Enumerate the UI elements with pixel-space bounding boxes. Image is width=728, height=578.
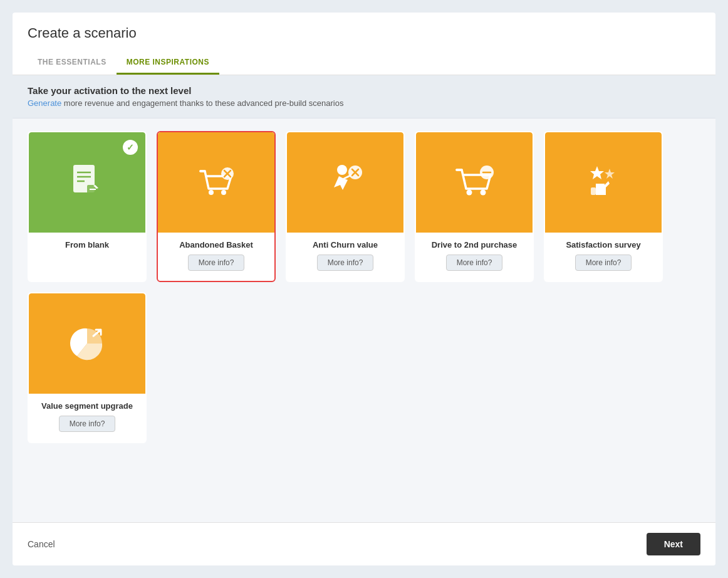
cards-section: ✓ From blank [13, 118, 715, 466]
tabs: THE ESSENTIALS MORE INSPIRATIONS [28, 51, 700, 75]
satisfaction-survey-more-info-button[interactable]: More info? [575, 255, 632, 271]
banner-title: Take your activation to the next level [28, 85, 700, 96]
abandoned-basket-more-info-button[interactable]: More info? [188, 255, 245, 271]
svg-rect-24 [591, 187, 596, 195]
card-icon-satisfaction-survey [545, 132, 662, 233]
svg-point-19 [481, 190, 486, 196]
cart-x-icon [191, 157, 241, 208]
svg-point-13 [337, 165, 347, 175]
drive-2nd-more-info-button[interactable]: More info? [446, 255, 503, 271]
card-icon-abandoned-basket [158, 132, 274, 233]
check-badge: ✓ [122, 139, 139, 156]
tab-inspirations[interactable]: MORE INSPIRATIONS [117, 51, 219, 75]
banner: Take your activation to the next level G… [13, 75, 715, 118]
svg-point-8 [209, 190, 214, 195]
modal-title: Create a scenario [28, 25, 700, 41]
modal-header: Create a scenario THE ESSENTIALS MORE IN… [13, 13, 715, 75]
next-button[interactable]: Next [647, 533, 700, 555]
card-drive-2nd[interactable]: Drive to 2nd purchase More info? [415, 131, 534, 282]
stars-thumbs-icon [578, 157, 628, 208]
svg-point-18 [467, 190, 472, 196]
tab-essentials[interactable]: THE ESSENTIALS [28, 51, 117, 75]
svg-marker-23 [605, 169, 615, 179]
modal-footer: Cancel Next [13, 522, 715, 565]
anti-churn-more-info-button[interactable]: More info? [317, 255, 374, 271]
banner-subtitle-text: more revenue and engagement thanks to th… [61, 98, 343, 108]
modal-body: Take your activation to the next level G… [13, 75, 715, 522]
card-icon-anti-churn [287, 132, 403, 233]
svg-marker-22 [590, 166, 604, 179]
banner-subtitle: Generate more revenue and engagement tha… [28, 98, 700, 108]
cards-row-1: ✓ From blank [28, 131, 700, 282]
modal-container: Create a scenario THE ESSENTIALS MORE IN… [13, 13, 715, 565]
card-value-segment[interactable]: Value segment upgrade More info? [28, 292, 147, 443]
person-x-icon [320, 157, 370, 208]
card-icon-drive-2nd [416, 132, 533, 233]
card-from-blank[interactable]: ✓ From blank [28, 131, 147, 282]
cancel-button[interactable]: Cancel [28, 539, 55, 549]
card-label-anti-churn: Anti Churn value [308, 240, 383, 250]
svg-point-9 [221, 190, 226, 195]
banner-subtitle-highlight: Generate [28, 98, 61, 108]
card-icon-from-blank: ✓ [29, 132, 145, 233]
card-label-value-segment: Value segment upgrade [36, 401, 138, 411]
pie-arrow-icon [62, 318, 112, 369]
cart-minus-icon [449, 157, 499, 208]
card-label-from-blank: From blank [60, 240, 114, 250]
card-label-abandoned-basket: Abandoned Basket [174, 240, 258, 250]
cards-row-2: Value segment upgrade More info? [28, 292, 700, 443]
value-segment-more-info-button[interactable]: More info? [59, 416, 116, 432]
card-anti-churn[interactable]: Anti Churn value More info? [286, 131, 405, 282]
document-edit-icon [62, 157, 112, 208]
card-abandoned-basket[interactable]: Abandoned Basket More info? [157, 131, 276, 282]
card-label-drive-2nd: Drive to 2nd purchase [427, 240, 523, 250]
card-satisfaction-survey[interactable]: Satisfaction survey More info? [544, 131, 663, 282]
card-icon-value-segment [29, 293, 145, 394]
card-label-satisfaction-survey: Satisfaction survey [561, 240, 645, 250]
svg-point-25 [81, 337, 86, 342]
